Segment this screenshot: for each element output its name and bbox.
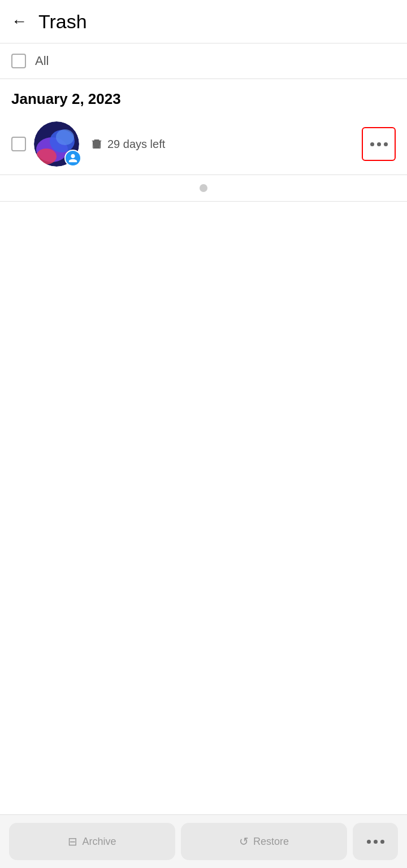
item-indicator-row [0, 175, 407, 202]
date-section: January 2, 2023 [0, 79, 407, 114]
avatar-container [34, 121, 79, 167]
item-checkbox[interactable] [11, 137, 26, 151]
restore-button[interactable]: ↺ Restore [181, 823, 347, 860]
item-indicator-dot [200, 184, 207, 192]
trash-item-row: 29 days left [0, 114, 407, 175]
select-all-label: All [35, 54, 49, 68]
trash-info: 29 days left [90, 138, 362, 151]
select-all-checkbox[interactable] [11, 54, 26, 68]
more-options-button[interactable] [362, 127, 396, 161]
archive-label: Archive [82, 836, 116, 848]
restore-label: Restore [253, 836, 289, 848]
content-spacer [0, 202, 407, 814]
restore-icon: ↺ [239, 835, 249, 848]
archive-icon: ⊟ [68, 835, 77, 848]
back-arrow-icon: ← [11, 12, 27, 30]
archive-button[interactable]: ⊟ Archive [9, 823, 175, 860]
header: ← Trash [0, 0, 407, 43]
bottom-more-button[interactable] [353, 823, 398, 860]
days-left-text: 29 days left [107, 138, 165, 151]
svg-point-4 [56, 129, 74, 145]
three-dots-icon [370, 142, 388, 146]
bottom-more-icon [367, 840, 384, 844]
trash-icon [90, 138, 103, 150]
page-title: Trash [38, 11, 87, 33]
svg-point-3 [36, 149, 57, 164]
bottom-action-bar: ⊟ Archive ↺ Restore [0, 814, 407, 868]
date-heading: January 2, 2023 [11, 90, 121, 107]
back-button[interactable]: ← [9, 10, 29, 33]
select-all-row: All [0, 43, 407, 79]
user-badge-icon [64, 150, 81, 167]
